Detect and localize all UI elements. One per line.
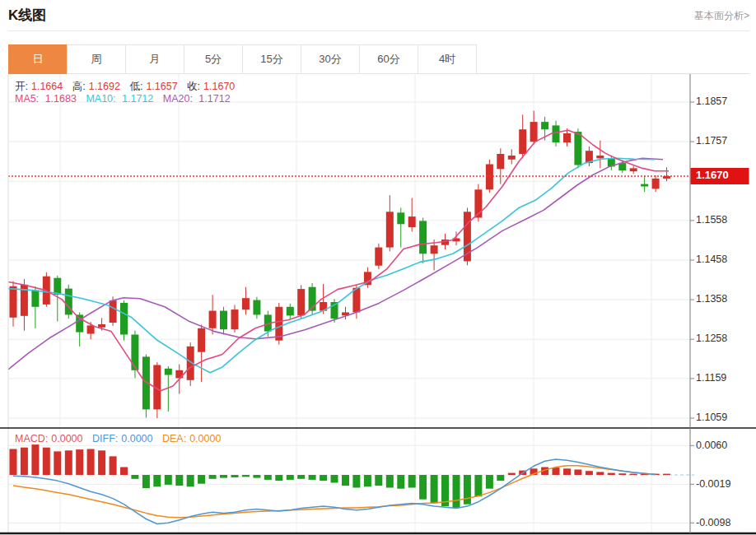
high-value: 1.1692 <box>89 81 120 92</box>
header-divider <box>8 30 749 31</box>
macd-hist-bar <box>364 475 371 486</box>
axis-tick-label: 1.1857 <box>696 95 727 107</box>
candle-body <box>131 335 138 370</box>
macd-hist-bar <box>43 448 50 475</box>
axis-tick-label: 0.0060 <box>696 440 727 451</box>
ma5-value: 1.1683 <box>45 93 77 105</box>
macd-hist-bar <box>375 475 382 486</box>
macd-hist-bar <box>618 473 626 475</box>
tab-5min[interactable]: 5分 <box>184 44 243 74</box>
candle-body <box>297 289 305 315</box>
macd-hist-bar <box>397 475 404 489</box>
macd-hist-bar <box>275 475 282 481</box>
macd-hist-bar <box>408 475 416 488</box>
candle-body <box>220 311 227 330</box>
tab-week[interactable]: 周 <box>67 44 126 74</box>
tab-30min[interactable]: 30分 <box>301 44 360 74</box>
candle-body <box>486 165 493 190</box>
candle-body <box>165 369 172 375</box>
macd-legend: MACD:0.0000 DIFF:0.0000 DEA:0.0000 <box>15 433 227 444</box>
macd-hist-bar <box>175 475 183 486</box>
ma5-label: MA5: <box>15 93 39 105</box>
candle-body <box>54 278 61 295</box>
axis-tick-label: 1.1358 <box>696 293 727 305</box>
macd-hist-bar <box>31 444 39 475</box>
low-value: 1.1657 <box>146 81 177 92</box>
macd-hist-bar <box>76 449 83 475</box>
candle-body <box>120 303 128 335</box>
axis-tick-label: 1.1258 <box>696 333 727 344</box>
macd-hist-bar <box>331 475 338 483</box>
macd-hist-bar <box>419 475 427 500</box>
fundamental-analysis-link[interactable]: 基本面分析> <box>694 9 749 23</box>
candle-body <box>574 132 581 165</box>
candle-body <box>375 248 382 266</box>
close-label: 收: <box>187 81 200 92</box>
open-label: 开: <box>15 81 28 92</box>
open-value: 1.1664 <box>31 81 63 92</box>
axis-tick-label: -0.0098 <box>696 517 730 528</box>
candle-body <box>553 125 560 142</box>
candle-body <box>352 288 360 313</box>
ma10-value: 1.1712 <box>122 93 153 105</box>
candle-body <box>408 216 416 227</box>
candle-body <box>419 221 427 254</box>
macd-hist-bar <box>608 473 615 475</box>
candle-body <box>231 309 239 329</box>
axis-tick-label: 1.1458 <box>696 254 727 265</box>
diff-label: DIFF: <box>92 433 118 444</box>
candle-body <box>630 168 637 171</box>
candle-body <box>287 307 294 316</box>
candle-body <box>386 212 394 247</box>
axis-tick-label: 1.1059 <box>696 412 727 423</box>
diff-value: 0.0000 <box>121 433 152 444</box>
candle-body <box>563 133 571 142</box>
tab-day[interactable]: 日 <box>8 44 68 74</box>
macd-hist-bar <box>87 449 95 476</box>
candle-body <box>530 122 538 142</box>
candle-body <box>10 286 17 318</box>
ma20-label: MA20: <box>163 93 193 105</box>
macd-hist-bar <box>98 450 105 475</box>
low-label: 低: <box>129 81 142 92</box>
macd-hist-bar <box>563 468 571 475</box>
macd-hist-bar <box>21 448 28 475</box>
ma-legend: MA5: 1.1683 MA10: 1.1712 MA20: 1.1712 <box>15 93 237 105</box>
macd-label: MACD: <box>15 433 48 444</box>
macd-hist-bar <box>630 474 637 475</box>
high-label: 高: <box>72 81 86 92</box>
macd-hist-bar <box>464 475 471 505</box>
candle-body <box>98 324 105 328</box>
candle-body <box>541 122 548 129</box>
tab-15min[interactable]: 15分 <box>242 44 301 74</box>
macd-hist-bar <box>586 471 593 475</box>
macd-hist-bar <box>65 450 72 475</box>
candle-body <box>497 154 504 169</box>
macd-hist-bar <box>486 475 493 489</box>
candle-body <box>652 179 660 189</box>
ohlc-legend: 开:1.1664 高:1.1692 低:1.1657 收:1.1670 <box>15 80 241 94</box>
candle-body <box>508 156 516 160</box>
axis-tick-label: 1.1558 <box>696 214 727 226</box>
page-title: K线图 <box>8 6 46 25</box>
macd-hist-bar <box>253 475 260 478</box>
macd-hist-bar <box>287 475 294 480</box>
tab-4hour[interactable]: 4时 <box>418 44 477 74</box>
macd-hist-bar <box>431 475 438 504</box>
macd-hist-bar <box>231 475 239 477</box>
dea-value: 0.0000 <box>189 433 221 444</box>
macd-hist-bar <box>153 475 161 486</box>
candle-body <box>519 129 526 154</box>
axis-tick-label: 1.1159 <box>696 372 726 384</box>
macd-hist-bar <box>574 470 581 476</box>
macd-hist-bar <box>242 475 250 477</box>
macd-hist-bar <box>474 475 482 496</box>
macd-hist-bar <box>54 451 61 475</box>
period-tabbar: 日 周 月 5分 15分 30分 60分 4时 <box>8 44 749 74</box>
macd-hist-bar <box>663 474 670 475</box>
macd-hist-bar <box>209 475 217 479</box>
tab-60min[interactable]: 60分 <box>359 44 418 74</box>
tab-month[interactable]: 月 <box>125 44 184 74</box>
macd-hist-bar <box>309 475 316 480</box>
candle-body <box>31 291 39 307</box>
